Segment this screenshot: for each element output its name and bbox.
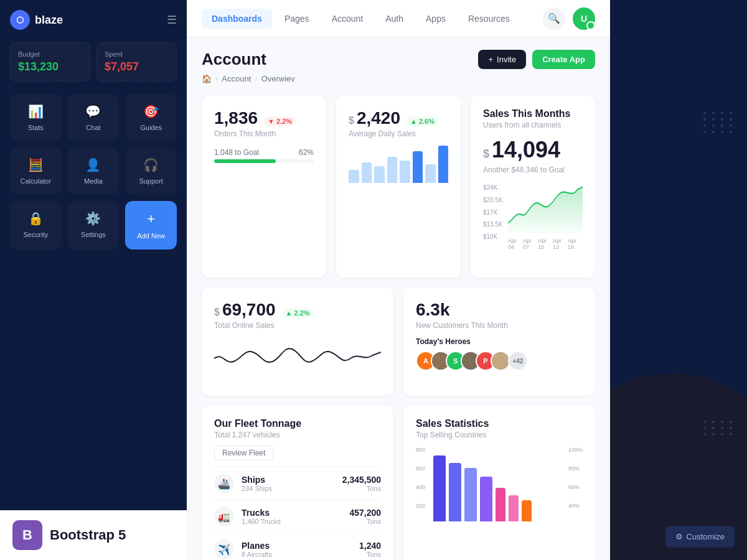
logo-text: blaze [35, 14, 63, 27]
spent-value: $7,057 [105, 60, 169, 73]
avatar: U [573, 7, 595, 30]
line-chart: $24K $20.5K $17K $13.5K $10K [483, 184, 583, 265]
chart-x-labels: Apr 04 Apr 07 Apr 10 Apr 13 Apr 16 [508, 238, 583, 250]
sales-big-number: $ 14,094 [483, 137, 583, 163]
fleet-num: 2,345,500 [342, 475, 381, 485]
breadcrumb-account[interactable]: Account [222, 74, 251, 83]
new-customers-card: 6.3k New Customers This Month Today's He… [403, 287, 595, 396]
fleet-name: Ships [242, 475, 335, 485]
row2-grid: $ 69,700 ▲ 2.2% Total Online Sales 6.3k … [202, 287, 595, 396]
add-new-icon: + [147, 211, 155, 227]
tab-resources[interactable]: Resources [458, 9, 520, 29]
bar-7 [522, 500, 532, 521]
sliders-icon: ⚙ [675, 532, 683, 541]
bars-inner [433, 447, 583, 521]
sidebar-item-stats[interactable]: 📊 Stats [10, 94, 62, 141]
tab-auth[interactable]: Auth [375, 9, 413, 29]
breadcrumb-home[interactable]: 🏠 [202, 74, 212, 83]
sidebar-item-support[interactable]: 🎧 Support [125, 147, 177, 195]
sales-stats-subtitle: Top Selling Countries [416, 431, 583, 439]
page-header: Account + Invite Create App [202, 50, 595, 69]
bar-3 [464, 468, 477, 521]
chart-wrapper: $24K $20.5K $17K $13.5K $10K [483, 184, 583, 253]
nav-right: 🔍 U [543, 7, 595, 30]
fleet-card: Our Fleet Tonnage Total 1,247 vehicles R… [202, 406, 393, 560]
main-content: Dashboards Pages Account Auth Apps Resou… [187, 0, 610, 560]
stats-grid: 1,836 ▼ 2.2% Orders This Month 1,048 to … [202, 96, 595, 278]
fleet-row-ships: 🚢 Ships 234 Ships 2,345,500 Tons [214, 467, 381, 500]
fleet-title: Our Fleet Tonnage [214, 418, 381, 429]
sidebar-item-label: Settings [81, 231, 106, 238]
online-sales-number: $ 69,700 ▲ 2.2% [214, 300, 381, 320]
sidebar-item-label: Add New [137, 232, 165, 240]
support-icon: 🎧 [143, 157, 159, 172]
customize-button[interactable]: ⚙ Customize [665, 526, 735, 548]
page-title: Account [202, 50, 266, 69]
bottom-grid: Our Fleet Tonnage Total 1,247 vehicles R… [202, 406, 595, 560]
fleet-unit: Tons [349, 518, 381, 525]
breadcrumb: 🏠 › Account › Overwiev [202, 74, 595, 83]
daily-sales-number: $ 2,420 ▲ 2.6% [349, 108, 448, 128]
sidebar-item-calculator[interactable]: 🧮 Calculator [10, 147, 62, 195]
sidebar-item-guides[interactable]: 🎯 Guides [125, 94, 177, 141]
bar-5 [496, 488, 505, 521]
sidebar-item-label: Guides [140, 124, 162, 131]
sales-subtext: Another $48,346 to Goal [483, 166, 583, 174]
sidebar-item-add-new[interactable]: + Add New [125, 201, 177, 250]
fleet-name: Planes [242, 541, 352, 551]
sidebar: ⬡ blaze ☰ Budget $13,230 Spent $7,057 📊 … [0, 0, 187, 560]
dots-grid-bottom [703, 421, 735, 436]
bar [374, 166, 385, 183]
create-app-button[interactable]: Create App [532, 50, 595, 69]
y-axis: 800 600 400 200 [416, 447, 425, 521]
fleet-count: 234 Ships [242, 485, 335, 492]
invite-button[interactable]: + Invite [478, 50, 526, 69]
sidebar-item-label: Security [23, 231, 48, 238]
heroes-avatars: A S P +42 [416, 351, 583, 371]
bar-1 [433, 455, 446, 521]
bootstrap-icon: B [12, 520, 42, 550]
tab-account[interactable]: Account [322, 9, 374, 29]
media-icon: 👤 [85, 157, 101, 172]
bar [362, 162, 372, 183]
bar-6 [509, 495, 519, 521]
stats-icon: 📊 [28, 104, 44, 119]
sidebar-item-media[interactable]: 👤 Media [68, 147, 120, 195]
sales-month-card: Sales This Months Users from all channel… [471, 96, 595, 278]
sidebar-item-label: Chat [86, 124, 100, 131]
sidebar-item-settings[interactable]: ⚙️ Settings [68, 201, 120, 250]
orders-number: 1,836 ▼ 2.2% [214, 108, 314, 128]
bar-4 [480, 477, 492, 521]
review-fleet-button[interactable]: Review Fleet [214, 446, 273, 460]
logo-icon: ⬡ [10, 10, 30, 30]
tab-apps[interactable]: Apps [416, 9, 456, 29]
tab-dashboards[interactable]: Dashboards [202, 9, 272, 29]
wave-line [214, 348, 381, 362]
heroes-count: +42 [508, 351, 528, 371]
dots-grid-top [703, 112, 735, 133]
sidebar-item-security[interactable]: 🔒 Security [10, 201, 62, 250]
nav-grid: 📊 Stats 💬 Chat 🎯 Guides 🧮 Calculator 👤 M… [10, 94, 177, 250]
sales-chart: 800 600 400 200 [416, 447, 583, 528]
chat-icon: 💬 [85, 104, 101, 119]
planes-icon: ✈️ [214, 539, 234, 559]
line-chart-svg [508, 184, 583, 234]
settings-icon: ⚙️ [85, 211, 101, 226]
fleet-count: 8 Aircrafts [242, 551, 352, 558]
sidebar-item-chat[interactable]: 💬 Chat [68, 94, 120, 141]
header-actions: + Invite Create App [478, 50, 595, 69]
fleet-row-trucks: 🚛 Trucks 1,460 Trucks 457,200 Tons [214, 500, 381, 533]
search-icon[interactable]: 🔍 [543, 7, 565, 30]
tab-pages[interactable]: Pages [275, 9, 319, 29]
sidebar-item-label: Media [84, 177, 103, 185]
sidebar-menu-icon[interactable]: ☰ [167, 13, 177, 27]
daily-sales-card: $ 2,420 ▲ 2.6% Average Daily Sales [336, 96, 461, 278]
bar [413, 151, 423, 183]
bar [387, 157, 398, 183]
guides-icon: 🎯 [143, 104, 159, 119]
online-sales-label: Total Online Sales [214, 321, 381, 330]
mini-bars [349, 146, 448, 183]
bar-2 [449, 463, 461, 521]
wave-svg [214, 340, 381, 377]
bar [425, 164, 436, 183]
